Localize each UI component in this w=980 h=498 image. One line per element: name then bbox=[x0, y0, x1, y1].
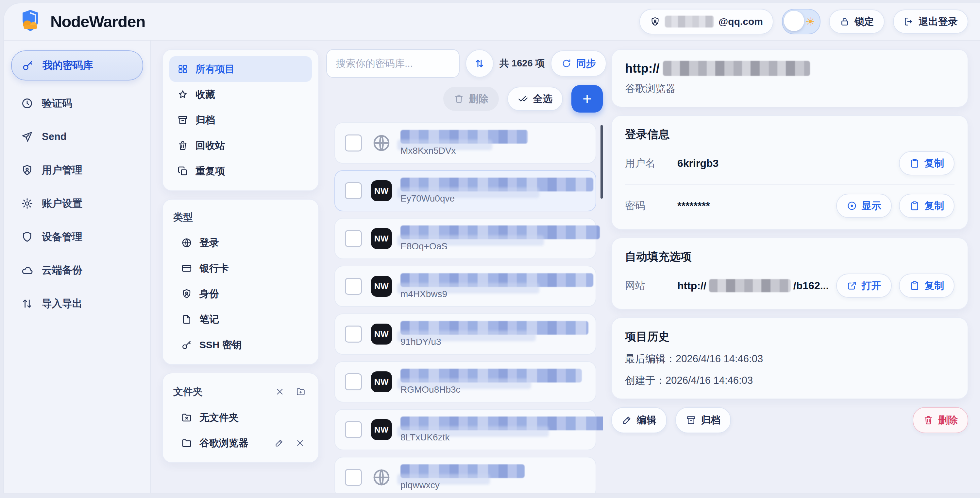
edit-item-button[interactable]: 编辑 bbox=[611, 407, 667, 433]
archive-item-button[interactable]: 归档 bbox=[675, 407, 731, 433]
app-title: NodeWarden bbox=[50, 13, 145, 31]
sidebar-item-import-export[interactable]: 导入导出 bbox=[11, 289, 143, 318]
email-redacted-blur bbox=[665, 16, 714, 27]
view-archive[interactable]: 归档 bbox=[169, 107, 312, 133]
logout-button[interactable]: 退出登录 bbox=[893, 10, 968, 34]
view-favorites[interactable]: 收藏 bbox=[169, 82, 312, 107]
sidebar-item-account-settings[interactable]: 账户设置 bbox=[11, 189, 143, 218]
key-icon bbox=[181, 339, 192, 350]
theme-toggle[interactable]: ☀ bbox=[782, 9, 821, 34]
type-login[interactable]: 登录 bbox=[173, 230, 312, 255]
type-note[interactable]: 笔记 bbox=[173, 306, 312, 332]
item-detail-column: http:// 谷歌浏览器 登录信息 用户名 6krirgb3 复制 bbox=[611, 49, 968, 493]
clipboard-icon bbox=[909, 158, 920, 169]
sidebar-item-totp[interactable]: 验证码 bbox=[11, 89, 143, 118]
sort-button[interactable] bbox=[466, 49, 493, 78]
key-icon bbox=[22, 59, 34, 72]
add-folder-button[interactable] bbox=[294, 385, 308, 399]
item-checkbox[interactable] bbox=[345, 469, 362, 486]
folder-plus-icon bbox=[296, 387, 305, 397]
type-identity[interactable]: 身份 bbox=[173, 281, 312, 306]
sync-button[interactable]: 同步 bbox=[551, 50, 606, 77]
vault-item-row[interactable]: NW 8LTxUK6ztk bbox=[334, 409, 596, 450]
copy-website-button[interactable]: 复制 bbox=[899, 273, 955, 298]
bulk-delete-button[interactable]: 删除 bbox=[443, 87, 499, 111]
item-title-blur bbox=[401, 417, 603, 430]
item-checkbox[interactable] bbox=[345, 374, 362, 390]
type-card[interactable]: 银行卡 bbox=[173, 255, 312, 281]
vault-item-row[interactable]: plqwwxcy bbox=[334, 457, 596, 493]
shield-user-icon bbox=[650, 16, 660, 27]
detail-item-title: http:// bbox=[625, 61, 955, 76]
refresh-icon bbox=[561, 58, 572, 69]
reveal-eye-icon bbox=[846, 201, 857, 211]
item-history-card: 项目历史 最后编辑：2026/4/16 14:46:03 创建于：2026/4/… bbox=[611, 318, 968, 399]
search-input[interactable] bbox=[326, 49, 460, 78]
folders-title: 文件夹 bbox=[173, 385, 203, 399]
sidebar-item-cloud-backup[interactable]: 云端备份 bbox=[11, 256, 143, 285]
nw-badge-icon: NW bbox=[371, 276, 392, 297]
folder-none[interactable]: 无文件夹 bbox=[173, 405, 312, 430]
shield-icon bbox=[21, 231, 33, 243]
lock-button[interactable]: 锁定 bbox=[829, 10, 885, 34]
gear-icon bbox=[21, 197, 33, 210]
sidebar-item-users[interactable]: 用户管理 bbox=[11, 156, 143, 185]
vault-item-row[interactable]: NW RGMOu8Hb3c bbox=[334, 361, 596, 402]
folders-header: 文件夹 bbox=[169, 380, 312, 405]
view-duplicates[interactable]: 重复项 bbox=[169, 158, 312, 184]
show-password-button[interactable]: 显示 bbox=[836, 194, 892, 218]
trash-icon bbox=[177, 140, 188, 151]
item-checkbox[interactable] bbox=[345, 182, 362, 199]
filters-column: 所有项目 收藏 归档 回收站 重复项 bbox=[162, 49, 319, 493]
delete-item-button[interactable]: 删除 bbox=[913, 407, 968, 433]
account-badge[interactable]: @qq.com bbox=[640, 9, 773, 34]
check-check-icon bbox=[518, 94, 528, 104]
login-info-title: 登录信息 bbox=[625, 127, 955, 142]
vault-item-row[interactable]: Mx8Kxn5DVx bbox=[334, 122, 596, 164]
website-row: 网站 http:// /b162... 打开 复制 bbox=[625, 273, 955, 298]
item-checkbox[interactable] bbox=[345, 278, 362, 295]
header-actions: @qq.com ☀ 锁定 退出登录 bbox=[640, 9, 968, 34]
sidebar: 我的密码库 验证码 Send 用户管理 账户设置 设备管理 云端备份 bbox=[4, 41, 151, 493]
edit-folder-button[interactable] bbox=[272, 436, 286, 450]
website-value: http:// /b162... bbox=[677, 279, 829, 292]
item-checkbox[interactable] bbox=[345, 134, 362, 152]
item-checkbox[interactable] bbox=[345, 421, 362, 438]
copy-username-button[interactable]: 复制 bbox=[899, 151, 955, 176]
sidebar-item-vault[interactable]: 我的密码库 bbox=[11, 50, 143, 80]
sidebar-item-send[interactable]: Send bbox=[11, 122, 143, 151]
sun-icon: ☀ bbox=[805, 15, 815, 28]
list-scrollbar-thumb[interactable] bbox=[600, 125, 603, 199]
item-title-blur bbox=[401, 225, 600, 239]
item-username: Ey70Wu0qve bbox=[401, 193, 586, 204]
view-all-items[interactable]: 所有项目 bbox=[169, 56, 312, 82]
vault-item-row[interactable]: NW E8Oq+OaS bbox=[334, 218, 596, 259]
logout-icon bbox=[904, 16, 914, 27]
sidebar-item-devices[interactable]: 设备管理 bbox=[11, 222, 143, 251]
open-website-button[interactable]: 打开 bbox=[836, 273, 892, 298]
view-trash[interactable]: 回收站 bbox=[169, 133, 312, 158]
item-checkbox[interactable] bbox=[345, 230, 362, 247]
vault-list-column: 共 1626 项 同步 删除 全选 + bbox=[326, 49, 603, 493]
sort-arrows-icon bbox=[473, 57, 486, 70]
archive-icon bbox=[177, 115, 188, 126]
vault-item-row-selected[interactable]: NW Ey70Wu0qve bbox=[334, 170, 596, 211]
delete-folder-button[interactable] bbox=[293, 436, 307, 450]
type-ssh-key[interactable]: SSH 密钥 bbox=[173, 332, 312, 358]
email-suffix: @qq.com bbox=[719, 16, 763, 27]
autofill-card: 自动填充选项 网站 http:// /b162... 打开 bbox=[611, 238, 968, 310]
file-icon bbox=[181, 314, 192, 325]
item-checkbox[interactable] bbox=[345, 326, 362, 343]
folders-clear-button[interactable] bbox=[273, 385, 287, 399]
add-item-button[interactable]: + bbox=[571, 85, 603, 113]
folder-chrome[interactable]: 谷歌浏览器 bbox=[173, 430, 272, 456]
list-toolbar-top: 共 1626 项 同步 bbox=[326, 49, 603, 78]
item-history-title: 项目历史 bbox=[625, 329, 955, 344]
vault-item-row[interactable]: NW 91hDY/u3 bbox=[334, 313, 596, 355]
copy-password-button[interactable]: 复制 bbox=[899, 194, 955, 218]
vault-item-row[interactable]: NW m4HXbws9 bbox=[334, 266, 596, 307]
divider bbox=[625, 184, 955, 185]
app-main-card: NodeWarden @qq.com ☀ 锁定 退出登录 bbox=[3, 3, 980, 493]
select-all-button[interactable]: 全选 bbox=[508, 87, 563, 111]
item-username: plqwwxcy bbox=[401, 480, 525, 490]
